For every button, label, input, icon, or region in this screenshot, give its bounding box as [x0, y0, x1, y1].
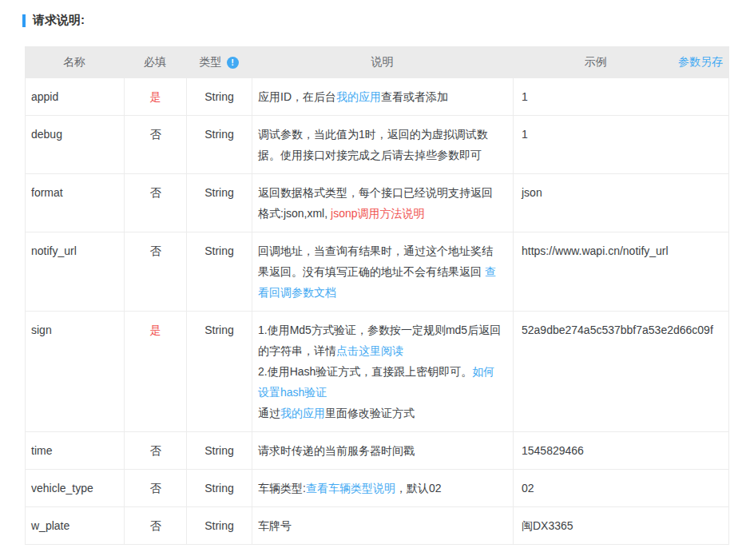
param-name-cell: debug	[26, 116, 125, 173]
param-example-cell: https://www.wapi.cn/notify_url	[514, 232, 728, 311]
table-row: vehicle_type否String车辆类型:查看车辆类型说明，默认0202	[26, 470, 728, 507]
required-value: 否	[150, 244, 161, 257]
desc-red-link[interactable]: jsonp调用方法说明	[331, 207, 424, 220]
section-title-text: 请求说明:	[33, 13, 85, 28]
table-row: debug否String调试参数，当此值为1时，返回的为虚拟调试数据。使用接口对…	[26, 116, 728, 174]
param-name: debug	[31, 128, 62, 141]
description-text: 应用ID，在后台	[258, 90, 336, 103]
type-value: String	[204, 128, 234, 141]
description-text: 回调地址，当查询有结果时，通过这个地址奖结果返回。没有填写正确的地址不会有结果返…	[258, 244, 493, 278]
param-type-cell: String	[187, 232, 252, 311]
description-text: 车辆类型:	[258, 482, 306, 494]
description-text: 查看或者添加	[381, 90, 448, 103]
param-type-cell: String	[187, 470, 252, 506]
description-text: 调试参数，当此值为1时，返回的为虚拟调试数据。使用接口对接完成之后请去掉些参数即…	[258, 128, 488, 161]
param-name: appid	[31, 90, 58, 103]
param-example-cell: 52a9dbe274a5c537bbf7a53e2d66c09f	[514, 312, 728, 431]
description-line: 2.使用Hash验证方式，直接跟上密钥即可。如何设置hash验证	[258, 361, 503, 403]
description-line: 应用ID，在后台我的应用查看或者添加	[258, 86, 503, 107]
param-required-cell: 是	[125, 78, 187, 115]
param-name: notify_url	[31, 244, 77, 257]
description-line: 回调地址，当查询有结果时，通过这个地址奖结果返回。没有填写正确的地址不会有结果返…	[258, 240, 503, 303]
col-header-required: 必填	[124, 55, 186, 70]
param-type-cell: String	[187, 312, 252, 431]
info-icon[interactable]: !	[227, 57, 239, 69]
table-row: time否String请求时传递的当前服务器时间戳1545829466	[26, 432, 728, 470]
page: 请求说明: 名称 必填 类型 ! 说明 示例 参数另存 appid是String…	[0, 0, 754, 560]
param-name: vehicle_type	[31, 482, 93, 494]
example-value: 1	[522, 90, 528, 103]
description-text: 请求时传递的当前服务器时间戳	[258, 444, 415, 457]
param-description-cell: 车辆类型:查看车辆类型说明，默认02	[252, 470, 514, 506]
type-value: String	[204, 244, 234, 257]
description-line: 1.使用Md5方式验证，参数按一定规则md5后返回的字符串，详情点击这里阅读	[258, 320, 503, 361]
desc-link[interactable]: 查看车辆类型说明	[306, 482, 395, 494]
param-description-cell: 应用ID，在后台我的应用查看或者添加	[252, 78, 514, 115]
param-example-cell: 1	[514, 78, 728, 115]
param-example-cell: 02	[514, 470, 728, 506]
description-line: 通过我的应用里面修改验证方式	[258, 403, 503, 423]
example-value: https://www.wapi.cn/notify_url	[522, 244, 669, 257]
description-text: 2.使用Hash验证方式，直接跟上密钥即可。	[258, 365, 472, 378]
col-header-type: 类型 !	[186, 55, 252, 70]
param-type-cell: String	[187, 507, 252, 544]
type-value: String	[204, 90, 234, 103]
desc-link[interactable]: 我的应用	[280, 407, 325, 419]
table-row: w_plate否String车牌号闽DX3365	[26, 507, 728, 544]
description-line: 车牌号	[258, 515, 503, 536]
type-value: String	[204, 444, 234, 457]
param-required-cell: 否	[125, 432, 187, 469]
param-type-cell: String	[187, 116, 252, 173]
table-row: notify_url否String回调地址，当查询有结果时，通过这个地址奖结果返…	[26, 232, 728, 312]
required-value: 否	[150, 482, 161, 494]
param-name-cell: sign	[26, 312, 125, 431]
param-required-cell: 否	[125, 507, 187, 544]
param-required-cell: 否	[125, 174, 187, 232]
param-required-cell: 否	[125, 116, 187, 173]
desc-link[interactable]: 我的应用	[336, 90, 381, 103]
param-name: format	[31, 186, 63, 199]
col-header-example-label: 示例	[513, 55, 678, 70]
param-description-cell: 1.使用Md5方式验证，参数按一定规则md5后返回的字符串，详情点击这里阅读2.…	[252, 312, 514, 431]
param-name: sign	[31, 324, 52, 336]
param-description-cell: 返回数据格式类型，每个接口已经说明支持返回格式:json,xml, jsonp调…	[252, 174, 514, 232]
description-line: 返回数据格式类型，每个接口已经说明支持返回格式:json,xml, jsonp调…	[258, 182, 503, 224]
param-name-cell: time	[26, 432, 125, 469]
required-value: 否	[150, 128, 161, 141]
example-value: 闽DX3365	[522, 519, 573, 532]
required-value: 否	[150, 519, 161, 532]
description-text: 通过	[258, 407, 280, 419]
param-name-cell: format	[26, 174, 125, 232]
description-text: 车牌号	[258, 519, 292, 532]
request-params-table: 名称 必填 类型 ! 说明 示例 参数另存 appid是String应用ID，在…	[25, 46, 729, 545]
type-value: String	[204, 519, 234, 532]
param-required-cell: 是	[125, 312, 187, 431]
table-body: appid是String应用ID，在后台我的应用查看或者添加1debug否Str…	[25, 78, 729, 545]
type-value: String	[204, 186, 234, 199]
example-value: 02	[522, 482, 534, 494]
param-name: w_plate	[31, 519, 69, 532]
type-value: String	[204, 482, 234, 494]
save-params-link[interactable]: 参数另存	[678, 55, 729, 70]
example-value: 1545829466	[522, 444, 584, 457]
description-text: 里面修改验证方式	[325, 407, 415, 419]
param-name-cell: w_plate	[26, 507, 125, 544]
param-type-cell: String	[187, 174, 252, 232]
param-name-cell: vehicle_type	[26, 470, 125, 506]
required-value: 是	[150, 324, 161, 336]
table-row: sign是String1.使用Md5方式验证，参数按一定规则md5后返回的字符串…	[26, 312, 728, 432]
param-example-cell: 闽DX3365	[514, 507, 728, 544]
type-value: String	[204, 324, 234, 336]
desc-link[interactable]: 点击这里阅读	[336, 344, 403, 357]
param-example-cell: 1	[514, 116, 728, 173]
col-header-example: 示例 参数另存	[513, 55, 729, 70]
param-name-cell: notify_url	[26, 232, 125, 311]
param-description-cell: 车牌号	[252, 507, 514, 544]
param-name: time	[31, 444, 52, 457]
table-header-row: 名称 必填 类型 ! 说明 示例 参数另存	[25, 46, 729, 78]
col-header-name: 名称	[25, 55, 124, 70]
col-header-description: 说明	[252, 55, 513, 70]
title-accent-bar	[22, 14, 26, 27]
description-line: 请求时传递的当前服务器时间戳	[258, 440, 503, 461]
param-type-cell: String	[187, 78, 252, 115]
